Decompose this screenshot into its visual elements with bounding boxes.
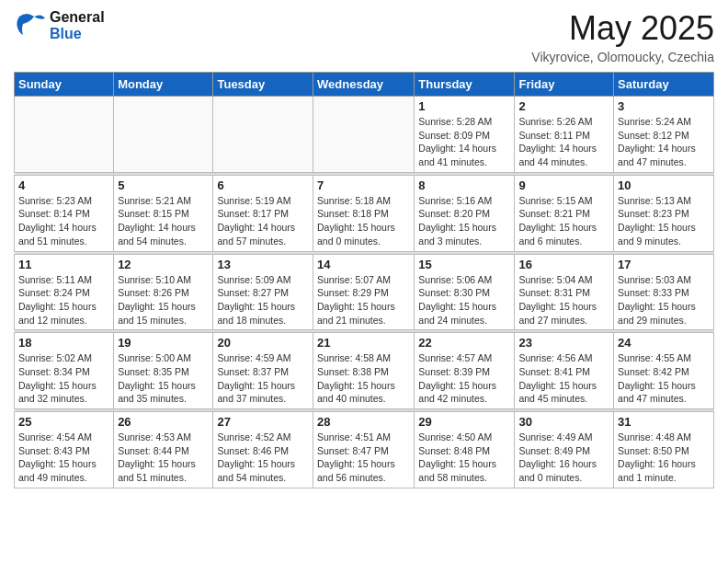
day-info: Sunrise: 4:49 AM Sunset: 8:49 PM Dayligh… [518, 431, 609, 485]
calendar-week-row: 4Sunrise: 5:23 AM Sunset: 8:14 PM Daylig… [15, 175, 714, 251]
day-info: Sunrise: 5:24 AM Sunset: 8:12 PM Dayligh… [618, 115, 710, 169]
day-number: 27 [217, 415, 309, 429]
day-info: Sunrise: 4:52 AM Sunset: 8:46 PM Dayligh… [217, 431, 309, 485]
day-info: Sunrise: 5:02 AM Sunset: 8:34 PM Dayligh… [18, 351, 109, 406]
calendar-week-row: 18Sunrise: 5:02 AM Sunset: 8:34 PM Dayli… [15, 333, 714, 409]
calendar-cell [114, 97, 213, 173]
day-info: Sunrise: 4:53 AM Sunset: 8:44 PM Dayligh… [118, 431, 209, 485]
calendar-cell: 17Sunrise: 5:03 AM Sunset: 8:33 PM Dayli… [614, 254, 714, 330]
day-info: Sunrise: 5:10 AM Sunset: 8:26 PM Dayligh… [118, 273, 209, 327]
calendar-cell: 27Sunrise: 4:52 AM Sunset: 8:46 PM Dayli… [213, 412, 313, 488]
logo-general: General [50, 9, 105, 26]
calendar-cell: 26Sunrise: 4:53 AM Sunset: 8:44 PM Dayli… [114, 412, 213, 488]
weekday-header-saturday: Saturday [614, 73, 714, 97]
calendar-cell: 5Sunrise: 5:21 AM Sunset: 8:15 PM Daylig… [114, 175, 213, 251]
calendar-cell: 9Sunrise: 5:15 AM Sunset: 8:21 PM Daylig… [515, 175, 614, 251]
logo-text: General Blue [50, 9, 105, 41]
day-info: Sunrise: 5:23 AM Sunset: 8:14 PM Dayligh… [18, 194, 109, 248]
day-number: 31 [618, 415, 710, 429]
page-container: General Blue May 2025 Vikyrovice, Olomou… [0, 0, 728, 498]
day-number: 20 [217, 336, 309, 350]
day-number: 24 [618, 336, 710, 350]
day-number: 1 [418, 99, 510, 113]
day-info: Sunrise: 4:55 AM Sunset: 8:42 PM Dayligh… [618, 351, 710, 406]
location: Vikyrovice, Olomoucky, Czechia [531, 50, 714, 64]
day-info: Sunrise: 5:18 AM Sunset: 8:18 PM Dayligh… [317, 194, 410, 248]
calendar-cell: 3Sunrise: 5:24 AM Sunset: 8:12 PM Daylig… [614, 97, 714, 173]
day-number: 18 [18, 336, 109, 350]
weekday-header-row: SundayMondayTuesdayWednesdayThursdayFrid… [15, 73, 714, 97]
weekday-header-wednesday: Wednesday [313, 73, 415, 97]
calendar-cell: 22Sunrise: 4:57 AM Sunset: 8:39 PM Dayli… [415, 333, 515, 409]
day-number: 3 [618, 99, 710, 113]
day-info: Sunrise: 5:03 AM Sunset: 8:33 PM Dayligh… [618, 273, 710, 327]
calendar-cell: 4Sunrise: 5:23 AM Sunset: 8:14 PM Daylig… [15, 175, 114, 251]
day-info: Sunrise: 5:19 AM Sunset: 8:17 PM Dayligh… [217, 194, 309, 248]
day-number: 17 [618, 258, 710, 271]
day-info: Sunrise: 5:00 AM Sunset: 8:35 PM Dayligh… [118, 351, 209, 406]
day-info: Sunrise: 4:50 AM Sunset: 8:48 PM Dayligh… [418, 431, 510, 485]
day-number: 11 [18, 258, 109, 271]
day-number: 9 [518, 178, 609, 192]
logo-blue: Blue [50, 26, 105, 42]
page-header: General Blue May 2025 Vikyrovice, Olomou… [14, 9, 714, 64]
day-info: Sunrise: 4:56 AM Sunset: 8:41 PM Dayligh… [518, 351, 609, 406]
day-info: Sunrise: 5:13 AM Sunset: 8:23 PM Dayligh… [618, 194, 710, 248]
day-number: 8 [418, 178, 510, 192]
weekday-header-sunday: Sunday [15, 73, 114, 97]
day-number: 25 [18, 415, 109, 429]
calendar-cell: 2Sunrise: 5:26 AM Sunset: 8:11 PM Daylig… [515, 97, 614, 173]
weekday-header-thursday: Thursday [415, 73, 515, 97]
day-number: 28 [317, 415, 410, 429]
day-info: Sunrise: 5:09 AM Sunset: 8:27 PM Dayligh… [217, 273, 309, 327]
calendar-cell: 23Sunrise: 4:56 AM Sunset: 8:41 PM Dayli… [515, 333, 614, 409]
calendar-cell [313, 97, 415, 173]
day-info: Sunrise: 5:21 AM Sunset: 8:15 PM Dayligh… [118, 194, 209, 248]
day-number: 5 [118, 178, 209, 192]
day-info: Sunrise: 5:07 AM Sunset: 8:29 PM Dayligh… [317, 273, 410, 327]
calendar-cell: 1Sunrise: 5:28 AM Sunset: 8:09 PM Daylig… [415, 97, 515, 173]
calendar-cell: 31Sunrise: 4:48 AM Sunset: 8:50 PM Dayli… [614, 412, 714, 488]
calendar-cell: 14Sunrise: 5:07 AM Sunset: 8:29 PM Dayli… [313, 254, 415, 330]
calendar-cell: 28Sunrise: 4:51 AM Sunset: 8:47 PM Dayli… [313, 412, 415, 488]
day-number: 26 [118, 415, 209, 429]
day-number: 12 [118, 258, 209, 271]
calendar-cell: 19Sunrise: 5:00 AM Sunset: 8:35 PM Dayli… [114, 333, 213, 409]
weekday-header-friday: Friday [515, 73, 614, 97]
calendar-cell: 12Sunrise: 5:10 AM Sunset: 8:26 PM Dayli… [114, 254, 213, 330]
day-info: Sunrise: 5:15 AM Sunset: 8:21 PM Dayligh… [518, 194, 609, 248]
day-info: Sunrise: 4:51 AM Sunset: 8:47 PM Dayligh… [317, 431, 410, 485]
calendar-cell: 16Sunrise: 5:04 AM Sunset: 8:31 PM Dayli… [515, 254, 614, 330]
calendar-cell: 18Sunrise: 5:02 AM Sunset: 8:34 PM Dayli… [15, 333, 114, 409]
day-number: 14 [317, 258, 410, 271]
calendar-cell: 21Sunrise: 4:58 AM Sunset: 8:38 PM Dayli… [313, 333, 415, 409]
day-number: 23 [518, 336, 609, 350]
day-number: 6 [217, 178, 309, 192]
calendar-cell: 24Sunrise: 4:55 AM Sunset: 8:42 PM Dayli… [614, 333, 714, 409]
calendar-cell: 10Sunrise: 5:13 AM Sunset: 8:23 PM Dayli… [614, 175, 714, 251]
logo-bird-icon [14, 9, 47, 42]
calendar-week-row: 1Sunrise: 5:28 AM Sunset: 8:09 PM Daylig… [15, 97, 714, 173]
calendar-table: SundayMondayTuesdayWednesdayThursdayFrid… [14, 72, 714, 488]
day-number: 13 [217, 258, 309, 271]
weekday-header-tuesday: Tuesday [213, 73, 313, 97]
calendar-cell: 15Sunrise: 5:06 AM Sunset: 8:30 PM Dayli… [415, 254, 515, 330]
month-title: May 2025 [531, 9, 714, 48]
calendar-cell: 7Sunrise: 5:18 AM Sunset: 8:18 PM Daylig… [313, 175, 415, 251]
day-number: 15 [418, 258, 510, 271]
day-number: 2 [518, 99, 609, 113]
day-info: Sunrise: 5:26 AM Sunset: 8:11 PM Dayligh… [518, 115, 609, 169]
day-info: Sunrise: 4:57 AM Sunset: 8:39 PM Dayligh… [418, 351, 510, 406]
day-info: Sunrise: 5:04 AM Sunset: 8:31 PM Dayligh… [518, 273, 609, 327]
weekday-header-monday: Monday [114, 73, 213, 97]
calendar-cell: 29Sunrise: 4:50 AM Sunset: 8:48 PM Dayli… [415, 412, 515, 488]
day-number: 29 [418, 415, 510, 429]
day-info: Sunrise: 4:59 AM Sunset: 8:37 PM Dayligh… [217, 351, 309, 406]
day-number: 4 [18, 178, 109, 192]
day-number: 22 [418, 336, 510, 350]
day-info: Sunrise: 5:28 AM Sunset: 8:09 PM Dayligh… [418, 115, 510, 169]
day-info: Sunrise: 5:16 AM Sunset: 8:20 PM Dayligh… [418, 194, 510, 248]
day-number: 21 [317, 336, 410, 350]
day-number: 19 [118, 336, 209, 350]
calendar-cell [15, 97, 114, 173]
